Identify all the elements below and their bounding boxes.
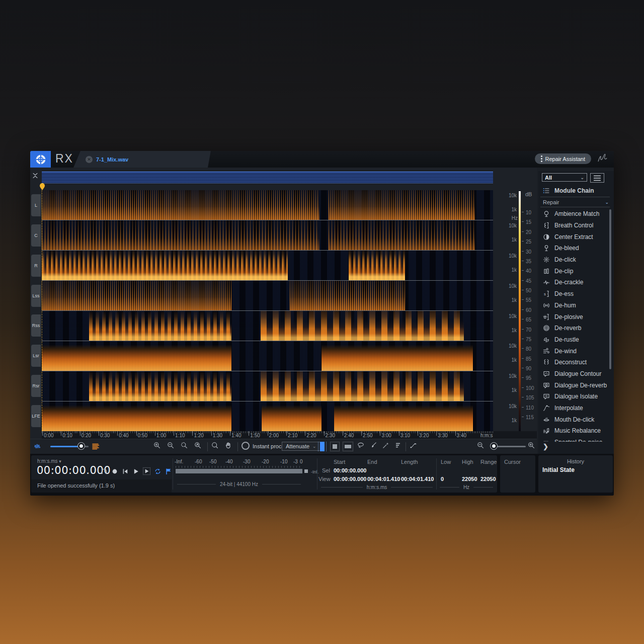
horizontal-zoom-knob[interactable]: [491, 443, 497, 449]
channel-tab-C[interactable]: C: [31, 224, 41, 247]
freq-low-value[interactable]: 0: [441, 476, 444, 482]
freq-range-value[interactable]: 22050: [480, 476, 496, 482]
collapse-overview-icon[interactable]: [32, 172, 41, 182]
channel-tab-R[interactable]: R: [31, 255, 41, 277]
meter-readout: -Inf.: [311, 469, 319, 474]
module-item-spectral-de-noise[interactable]: Spectral De-noise: [538, 437, 614, 442]
blend-slider-knob[interactable]: [78, 443, 85, 449]
module-item-de-ess[interactable]: sDe-ess: [538, 288, 614, 300]
channel-tab-L[interactable]: L: [31, 194, 41, 216]
spectrogram-channel-Rss[interactable]: [42, 311, 493, 341]
view-length-value[interactable]: 00:04:01.410: [401, 476, 434, 482]
module-item-de-rustle[interactable]: De-rustle: [538, 334, 614, 346]
module-menu-button[interactable]: [590, 173, 604, 183]
repair-section-header[interactable]: Repair⌄: [538, 198, 614, 206]
harmonics-selection-tool[interactable]: [394, 442, 401, 449]
repair-assistant-button[interactable]: Repair Assistant: [535, 153, 591, 164]
freq-tick-label: 10k: [509, 373, 517, 379]
horizontal-zoom-out-icon[interactable]: [477, 442, 484, 449]
module-chain-item[interactable]: Module Chain: [538, 185, 614, 196]
history-item[interactable]: Initial State: [542, 466, 575, 473]
db-tick-label: 110: [526, 405, 534, 411]
lasso-selection-tool[interactable]: [357, 442, 364, 449]
module-item-de-wind[interactable]: De-wind: [538, 345, 614, 357]
playhead-pin[interactable]: [39, 183, 45, 190]
channel-tab-Rss[interactable]: Rss: [31, 314, 41, 337]
module-item-de-reverb[interactable]: De-reverb: [538, 323, 614, 334]
process-mode-select[interactable]: Attenuate⌄: [282, 442, 320, 451]
monitor-button[interactable]: [101, 468, 108, 475]
return-to-start-button[interactable]: [122, 468, 129, 475]
module-item-dialogue-isolate[interactable]: Dialogue Isolate: [538, 391, 614, 403]
magic-wand-tool[interactable]: [382, 442, 389, 449]
module-label: Spectral De-noise: [554, 439, 602, 442]
spectrogram-channel-Rsr[interactable]: [42, 371, 493, 401]
brush-selection-tool[interactable]: [370, 442, 377, 449]
zoom-in-button[interactable]: [153, 442, 160, 449]
module-item-interpolate[interactable]: Interpolate: [538, 403, 614, 414]
spectrogram-channel-LFE[interactable]: [42, 401, 493, 431]
zoom-reset-button[interactable]: [194, 442, 201, 449]
spectrogram-channel-C[interactable]: [42, 220, 493, 251]
module-item-de-clip[interactable]: De-clip: [538, 265, 614, 277]
db-tick-label: 10: [526, 210, 531, 215]
magnify-tool[interactable]: [211, 442, 218, 449]
zoom-selection-button[interactable]: [181, 442, 188, 449]
spectrogram[interactable]: [42, 190, 493, 431]
spectrogram-channel-R[interactable]: [42, 251, 493, 281]
module-item-de-plosive[interactable]: De-plosive: [538, 311, 614, 323]
channel-tab-Rsr[interactable]: Rsr: [31, 375, 41, 397]
sel-start-value[interactable]: 00:00:00.000: [334, 467, 366, 473]
cursor-panel: Cursor: [500, 455, 535, 493]
view-end-value[interactable]: 00:04:01.410: [367, 476, 400, 482]
time-selection-tool[interactable]: [318, 442, 327, 451]
time-frequency-selection-tool[interactable]: [330, 442, 340, 451]
time-ruler[interactable]: 0:000:100:200:300:400:501:001:101:201:30…: [42, 431, 537, 439]
tab-close-icon[interactable]: ✕: [86, 156, 93, 163]
module-item-deconstruct[interactable]: Deconstruct: [538, 357, 614, 368]
module-item-ambience-match[interactable]: Ambience Match: [538, 208, 614, 220]
instant-process-toggle[interactable]: [242, 442, 250, 450]
module-item-center-extract[interactable]: Center Extract: [538, 231, 614, 243]
record-button[interactable]: [111, 468, 118, 475]
zoom-out-button[interactable]: [167, 442, 174, 449]
freq-high-value[interactable]: 22050: [462, 476, 477, 482]
channel-tab-LFE[interactable]: LFE: [31, 405, 41, 427]
frequency-selection-tool[interactable]: [343, 442, 353, 451]
module-item-de-crackle[interactable]: De-crackle: [538, 277, 614, 288]
spectrogram-channel-Lsr[interactable]: [42, 341, 493, 371]
module-item-de-bleed[interactable]: De-bleed: [538, 243, 614, 254]
ruler-time-label: 3:40: [457, 433, 466, 438]
spectrogram-channel-Lss[interactable]: [42, 281, 493, 311]
view-start-value[interactable]: 00:00:00.000: [334, 476, 366, 482]
meter-peak-box: [304, 469, 308, 473]
sidebar-expand-icon[interactable]: ❯: [543, 443, 548, 450]
signature-icon[interactable]: [597, 153, 608, 164]
file-tab[interactable]: ✕ 7-1_Mix.wav: [73, 151, 211, 168]
sidebar-scrollbar[interactable]: [609, 209, 611, 369]
module-filter-select[interactable]: All⌄: [542, 173, 587, 182]
module-item-breath-control[interactable]: Breath Control: [538, 220, 614, 231]
channel-tab-Lsr[interactable]: Lsr: [31, 345, 41, 367]
module-item-mouth-de-click[interactable]: Mouth De-click: [538, 414, 614, 425]
module-item-de-hum[interactable]: De-hum: [538, 300, 614, 311]
module-item-dialogue-de-reverb[interactable]: Dialogue De-reverb: [538, 379, 614, 391]
play-button[interactable]: [132, 468, 139, 475]
spectrogram-channel-L[interactable]: [42, 190, 493, 220]
horizontal-zoom-in-icon[interactable]: [528, 442, 535, 449]
module-item-dialogue-contour[interactable]: Dialogue Contour: [538, 368, 614, 380]
freq-tick-label: 10k: [509, 223, 517, 228]
play-selection-button[interactable]: [143, 467, 150, 475]
time-format-select[interactable]: h:m:s.ms ▾: [37, 458, 61, 464]
loop-button[interactable]: [154, 468, 162, 475]
channel-tab-Lss[interactable]: Lss: [31, 285, 41, 307]
freq-tick-label: 1k: [511, 207, 517, 212]
add-marker-button[interactable]: [165, 468, 172, 475]
waveform-overview[interactable]: [42, 172, 493, 183]
grab-tool[interactable]: [225, 442, 232, 449]
bezier-tool[interactable]: [410, 442, 417, 449]
module-item-music-rebalance[interactable]: Music Rebalance: [538, 425, 614, 437]
module-item-de-click[interactable]: De-click: [538, 254, 614, 266]
de-bleed-icon: [543, 245, 550, 252]
music-rebalance-icon: [543, 427, 550, 434]
